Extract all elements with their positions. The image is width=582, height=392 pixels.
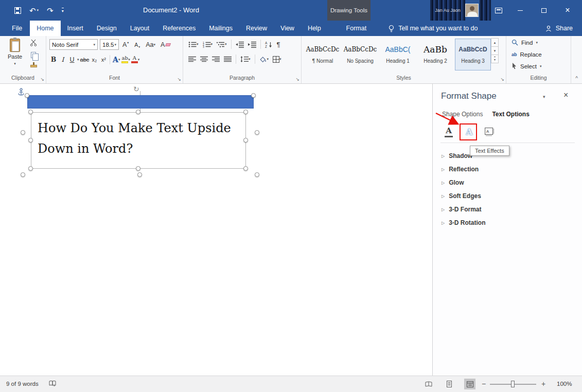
web-layout-button[interactable] xyxy=(464,379,475,389)
section-soft-edges[interactable]: ▷ Soft Edges xyxy=(442,189,570,203)
selection-handle[interactable] xyxy=(251,93,256,98)
qat-customize-button[interactable]: ▾ xyxy=(62,8,64,13)
ribbon-display-options-button[interactable] xyxy=(492,0,505,21)
italic-button[interactable]: I xyxy=(59,54,67,65)
styles-scroll-up-button[interactable]: ▲ xyxy=(491,38,499,47)
save-button[interactable] xyxy=(14,7,21,14)
superscript-button[interactable]: x² xyxy=(99,54,108,65)
chevron-down-icon[interactable]: ▾ xyxy=(77,58,79,62)
selection-handle[interactable] xyxy=(28,110,33,114)
replace-button[interactable]: ab Replace xyxy=(512,49,571,60)
text-effects-button[interactable]: A▾ xyxy=(112,54,120,65)
style-card-heading3[interactable]: AaBbCcD Heading 3 xyxy=(455,39,491,70)
collapse-ribbon-button[interactable]: ^ xyxy=(575,76,578,81)
selection-handle[interactable] xyxy=(28,138,33,142)
paste-button[interactable]: Paste ▾ xyxy=(4,38,26,74)
justify-button[interactable] xyxy=(223,54,233,64)
grow-font-button[interactable]: A▲ xyxy=(121,39,131,50)
pane-menu-button[interactable]: ▾ xyxy=(543,94,545,99)
close-button[interactable]: × xyxy=(560,0,575,21)
align-left-button[interactable] xyxy=(187,54,197,64)
tab-home[interactable]: Home xyxy=(30,21,60,36)
redo-button[interactable]: ↷ xyxy=(47,7,54,14)
undo-button[interactable]: ↶▾ xyxy=(29,7,39,14)
highlight-button[interactable]: ab▾ xyxy=(121,54,130,65)
show-marks-button[interactable]: ¶ xyxy=(276,39,281,49)
selection-handle[interactable] xyxy=(136,110,140,114)
select-button[interactable]: Select ▾ xyxy=(512,61,571,72)
section-reflection[interactable]: ▷ Reflection xyxy=(442,163,570,176)
zoom-in-button[interactable]: + xyxy=(541,376,545,392)
selection-handle[interactable] xyxy=(137,172,142,177)
style-card-no-spacing[interactable]: AaBbCcDc No Spacing xyxy=(342,39,378,70)
tab-mailings[interactable]: Mailings xyxy=(202,21,239,36)
selection-handle[interactable] xyxy=(255,172,259,177)
zoom-out-button[interactable]: − xyxy=(482,376,486,392)
subscript-button[interactable]: x₂ xyxy=(90,54,98,65)
tab-review[interactable]: Review xyxy=(239,21,274,36)
align-right-button[interactable] xyxy=(211,54,221,64)
tell-me-box[interactable]: Tell me what you want to do xyxy=(388,21,478,36)
selection-handle[interactable] xyxy=(255,130,259,135)
selection-handle[interactable] xyxy=(243,166,248,171)
selection-handle[interactable] xyxy=(21,172,25,177)
shading-button[interactable]: ▾ xyxy=(258,54,270,64)
change-case-button[interactable]: Aa▾ xyxy=(144,39,157,50)
cut-button[interactable] xyxy=(30,39,37,48)
font-name-combo[interactable]: Noto Serif▾ xyxy=(49,39,98,50)
tab-text-options[interactable]: Text Options xyxy=(492,111,529,118)
section-glow[interactable]: ▷ Glow xyxy=(442,176,570,189)
bold-button[interactable]: B xyxy=(49,54,58,65)
line-spacing-button[interactable]: ▾ xyxy=(239,54,252,64)
shape-blue-bar[interactable] xyxy=(27,95,254,109)
avatar[interactable] xyxy=(465,4,479,17)
format-painter-button[interactable] xyxy=(30,62,37,67)
styles-dialog-launcher[interactable]: ↘ xyxy=(500,77,504,82)
align-center-button[interactable] xyxy=(199,54,209,64)
section-3d-format[interactable]: ▷ 3-D Format xyxy=(442,203,570,216)
underline-button[interactable]: U xyxy=(68,54,76,65)
style-card-heading2[interactable]: AaBb Heading 2 xyxy=(417,39,453,70)
copy-button[interactable] xyxy=(31,52,36,58)
document-canvas[interactable]: ↻ How Do You Make Text Upside Down in Wo… xyxy=(0,84,432,376)
borders-button[interactable]: ▾ xyxy=(272,54,283,64)
read-mode-button[interactable] xyxy=(423,379,434,389)
tab-insert[interactable]: Insert xyxy=(61,21,90,36)
clear-formatting-button[interactable]: A xyxy=(159,39,172,50)
clipboard-dialog-launcher[interactable]: ↘ xyxy=(40,77,44,82)
tab-layout[interactable]: Layout xyxy=(124,21,156,36)
textbox-text[interactable]: How Do You Make Text Upside Down in Word… xyxy=(38,118,249,159)
tab-references[interactable]: References xyxy=(156,21,202,36)
decrease-indent-button[interactable] xyxy=(235,39,245,49)
minimize-button[interactable] xyxy=(513,0,528,21)
share-button[interactable]: Share xyxy=(545,21,573,36)
selection-handle[interactable] xyxy=(243,138,248,142)
pane-close-button[interactable]: × xyxy=(563,91,568,100)
paragraph-dialog-launcher[interactable]: ↘ xyxy=(295,77,299,82)
tab-shape-options[interactable]: Shape Options xyxy=(442,111,483,118)
text-fill-outline-button[interactable]: A xyxy=(441,124,456,139)
tab-view[interactable]: View xyxy=(274,21,301,36)
tab-help[interactable]: Help xyxy=(301,21,328,36)
increase-indent-button[interactable] xyxy=(247,39,257,49)
styles-more-button[interactable]: ▾ xyxy=(491,55,499,63)
numbering-button[interactable]: 123▾ xyxy=(202,39,214,49)
proofing-button[interactable] xyxy=(49,380,57,388)
selection-handle[interactable] xyxy=(25,93,29,98)
sort-button[interactable]: AZ xyxy=(264,39,274,49)
strikethrough-button[interactable]: abc xyxy=(80,54,90,65)
tab-design[interactable]: Design xyxy=(90,21,124,36)
multilevel-list-button[interactable]: ▾ xyxy=(216,39,228,49)
font-dialog-launcher[interactable]: ↘ xyxy=(177,77,181,82)
zoom-level[interactable]: 100% xyxy=(557,376,572,392)
shrink-font-button[interactable]: A▼ xyxy=(133,39,142,50)
find-button[interactable]: Find ▾ xyxy=(512,37,571,48)
selection-handle[interactable] xyxy=(136,166,140,171)
layout-properties-button[interactable]: A xyxy=(482,124,498,139)
rotation-handle[interactable]: ↻ xyxy=(133,85,139,93)
section-3d-rotation[interactable]: ▷ 3-D Rotation xyxy=(442,216,570,229)
zoom-slider-thumb[interactable] xyxy=(511,381,515,387)
tab-format[interactable]: Format xyxy=(335,21,378,36)
styles-scroll-down-button[interactable]: ▼ xyxy=(491,46,499,55)
tab-file[interactable]: File xyxy=(4,21,30,36)
